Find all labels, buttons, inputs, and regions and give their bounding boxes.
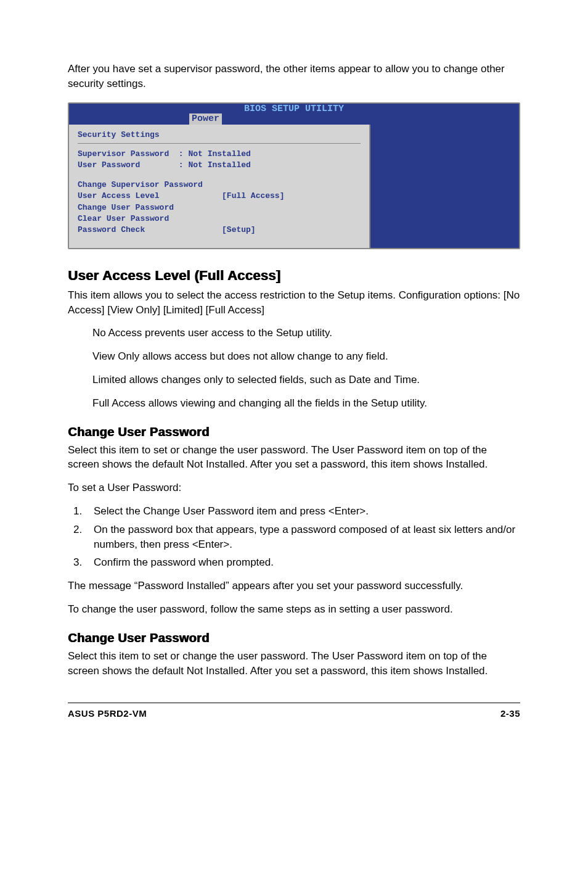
footer-right: 2-35 [500, 707, 520, 720]
heading-change-user-password-1: Change User Password [68, 423, 520, 440]
ual-description: This item allows you to select the acces… [68, 288, 520, 318]
bios-line-supervisor: Supervisor Password : Not Installed [78, 149, 361, 160]
cup1-step-2: On the password box that appears, type a… [85, 522, 520, 552]
bios-header: BIOS SETUP UTILITY Power [69, 104, 519, 125]
bios-line-password-check: Password Check [Setup] [78, 225, 361, 236]
bios-tab-power: Power [189, 113, 222, 125]
intro-paragraph: After you have set a supervisor password… [68, 62, 520, 91]
cup1-p1: Select this item to set or change the us… [68, 443, 520, 472]
ual-options-list: No Access prevents user access to the Se… [92, 326, 520, 410]
heading-change-user-password-2: Change User Password [68, 629, 520, 646]
bios-panel-left: Security Settings Supervisor Password : … [69, 125, 370, 249]
cup1-p2: To set a User Password: [68, 481, 520, 495]
bios-line-change-supervisor: Change Supervisor Password [78, 179, 361, 191]
cup1-p3: The message “Password Installed” appears… [68, 579, 520, 593]
page-footer: ASUS P5RD2-VM 2-35 [68, 703, 520, 720]
bios-panel-right [370, 125, 519, 249]
cup1-step-1: Select the Change User Password item and… [85, 504, 520, 519]
bios-security-heading: Security Settings [78, 130, 361, 141]
cup1-steps: Select the Change User Password item and… [85, 504, 520, 570]
bios-line-access-level: User Access Level [Full Access] [78, 191, 361, 202]
bios-divider [78, 143, 361, 144]
cup2-p1: Select this item to set or change the us… [68, 649, 520, 679]
cup1-step-3: Confirm the password when prompted. [85, 555, 520, 570]
ual-limited: Limited allows changes only to selected … [92, 373, 520, 387]
bios-screenshot: BIOS SETUP UTILITY Power Security Settin… [68, 102, 520, 250]
bios-title: BIOS SETUP UTILITY [69, 104, 519, 115]
bios-line-change-user: Change User Password [78, 202, 361, 213]
footer-left: ASUS P5RD2-VM [68, 707, 147, 720]
cup1-p4: To change the user password, follow the … [68, 602, 520, 617]
heading-user-access-level: User Access Level (Full Access] [68, 266, 520, 286]
ual-no-access: No Access prevents user access to the Se… [92, 326, 520, 340]
ual-view-only: View Only allows access but does not all… [92, 349, 520, 364]
ual-full-access: Full Access allows viewing and changing … [92, 396, 520, 411]
bios-line-clear-user: Clear User Password [78, 213, 361, 225]
bios-line-user: User Password : Not Installed [78, 160, 361, 171]
